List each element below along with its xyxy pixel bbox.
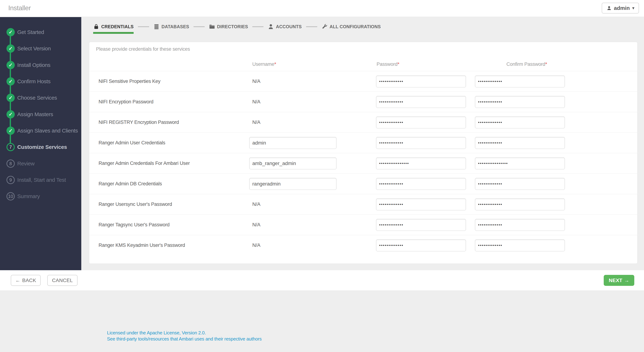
- step-label: Select Version: [17, 46, 51, 52]
- sidebar-item-get-started: ✓ Get Started: [6, 28, 44, 36]
- password-input[interactable]: [376, 76, 466, 87]
- password-input[interactable]: [376, 96, 466, 108]
- username-na: N/A: [249, 202, 376, 207]
- column-header-username: Username*: [249, 62, 376, 67]
- password-input[interactable]: [376, 178, 466, 190]
- table-row: Ranger Tagsync User's Password N/A: [89, 214, 637, 235]
- folder-icon: [209, 24, 215, 30]
- panel-note: Please provide credentials for these ser…: [96, 46, 637, 52]
- credentials-panel: Please provide credentials for these ser…: [89, 42, 638, 264]
- next-arrow-icon: →: [624, 278, 629, 283]
- table-row: Ranger Admin Credentials For Ambari User: [89, 153, 637, 174]
- username-na: N/A: [249, 120, 376, 125]
- wrench-icon: [322, 24, 328, 30]
- sidebar-item-install-options: ✓ Install Options: [6, 61, 50, 69]
- table-header: Username* Password* Confirm Password*: [89, 52, 637, 71]
- required-marker: *: [398, 62, 399, 67]
- check-icon: ✓: [6, 94, 15, 102]
- database-icon: [154, 24, 160, 30]
- tab-label: DIRECTORIES: [217, 24, 248, 29]
- table-row: Ranger Admin User Credentials: [89, 132, 637, 153]
- license-link[interactable]: Licensed under the Apache License, Versi…: [107, 330, 206, 336]
- step-label: Customize Services: [17, 144, 67, 150]
- step-label: Confirm Hosts: [17, 78, 50, 84]
- sidebar-item-choose-services: ✓ Choose Services: [6, 94, 57, 102]
- tab-label: ACCOUNTS: [276, 24, 302, 29]
- table-row: NIFI Sensitive Properties Key N/A: [89, 71, 637, 92]
- main-content: CREDENTIALS DATABASES DIRECTORIES ACCOUN…: [81, 17, 644, 270]
- table-row: Ranger KMS Keyadmin User's Password N/A: [89, 235, 637, 256]
- tab-separator: [138, 26, 149, 27]
- confirm-password-input[interactable]: [475, 240, 565, 251]
- wizard-footer-bar: ← BACK CANCEL NEXT →: [0, 270, 644, 291]
- service-name: Ranger KMS Keyadmin User's Password: [89, 242, 249, 248]
- page-title: Installer: [8, 4, 31, 12]
- cancel-label: CANCEL: [52, 278, 73, 283]
- tab-label: CREDENTIALS: [101, 24, 134, 29]
- password-input[interactable]: [376, 219, 466, 231]
- password-input[interactable]: [376, 240, 466, 251]
- back-button[interactable]: ← BACK: [11, 275, 41, 286]
- lock-icon: [93, 24, 99, 30]
- sidebar-item-confirm-hosts: ✓ Confirm Hosts: [6, 77, 50, 86]
- step-label: Install Options: [17, 62, 50, 68]
- service-name: Ranger Tagsync User's Password: [89, 222, 249, 228]
- confirm-password-input[interactable]: [475, 116, 565, 128]
- thirdparty-link[interactable]: See third-party tools/resources that Amb…: [107, 336, 262, 342]
- check-icon: ✓: [6, 28, 15, 36]
- username-input[interactable]: [249, 158, 336, 169]
- required-marker: *: [274, 62, 276, 67]
- table-row: Ranger Usersync User's Password N/A: [89, 194, 637, 214]
- wizard-sidebar: ✓ Get Started ✓ Select Version ✓ Install…: [0, 17, 81, 270]
- back-arrow-icon: ←: [15, 278, 20, 283]
- sidebar-item-assign-masters: ✓ Assign Masters: [6, 110, 53, 118]
- user-name: admin: [614, 5, 630, 11]
- sidebar-item-install-start-test: 9 Install, Start and Test: [6, 176, 66, 184]
- tab-accounts[interactable]: ACCOUNTS: [268, 24, 302, 34]
- step-number: 10: [6, 192, 15, 200]
- tab-label: DATABASES: [162, 24, 189, 29]
- password-input[interactable]: [376, 158, 466, 169]
- tab-databases[interactable]: DATABASES: [154, 24, 189, 34]
- confirm-password-input[interactable]: [475, 178, 565, 190]
- confirm-password-input[interactable]: [475, 76, 565, 87]
- step-label: Summary: [17, 193, 40, 199]
- username-input[interactable]: [249, 137, 336, 149]
- step-label: Choose Services: [17, 95, 57, 101]
- password-input[interactable]: [376, 198, 466, 210]
- next-label: NEXT: [609, 278, 622, 283]
- confirm-password-input[interactable]: [475, 137, 565, 149]
- tab-separator: [306, 26, 317, 27]
- username-na: N/A: [249, 242, 376, 248]
- check-icon: ✓: [6, 77, 15, 86]
- tab-directories[interactable]: DIRECTORIES: [209, 24, 248, 34]
- tab-credentials[interactable]: CREDENTIALS: [93, 24, 134, 34]
- password-input[interactable]: [376, 137, 466, 149]
- confirm-password-input[interactable]: [475, 198, 565, 210]
- service-name: Ranger Usersync User's Password: [89, 202, 249, 207]
- confirm-password-input[interactable]: [475, 219, 565, 231]
- table-row: NIFI REGISTRY Encryption Password N/A: [89, 112, 637, 132]
- back-label: BACK: [22, 278, 36, 283]
- next-button[interactable]: NEXT →: [604, 275, 634, 286]
- confirm-password-input[interactable]: [475, 158, 565, 169]
- step-number: 7: [6, 143, 15, 151]
- sidebar-item-summary: 10 Summary: [6, 192, 40, 200]
- table-row: Ranger Admin DB Credentials: [89, 174, 637, 194]
- step-number: 9: [6, 176, 15, 184]
- cancel-button[interactable]: CANCEL: [47, 275, 78, 286]
- sidebar-item-assign-slaves: ✓ Assign Slaves and Clients: [6, 126, 78, 135]
- step-label: Get Started: [17, 29, 44, 35]
- password-input[interactable]: [376, 116, 466, 128]
- tab-all-configurations[interactable]: ALL CONFIGURATIONS: [322, 24, 381, 34]
- tab-separator: [252, 26, 264, 27]
- user-menu-button[interactable]: admin ▾: [602, 3, 639, 14]
- confirm-password-input[interactable]: [475, 96, 565, 108]
- check-icon: ✓: [6, 61, 15, 69]
- user-icon: [606, 6, 612, 11]
- username-input[interactable]: [249, 178, 336, 190]
- check-icon: ✓: [6, 110, 15, 118]
- column-header-confirm-password: Confirm Password*: [475, 62, 637, 67]
- check-icon: ✓: [6, 126, 15, 135]
- caret-down-icon: ▾: [632, 6, 634, 10]
